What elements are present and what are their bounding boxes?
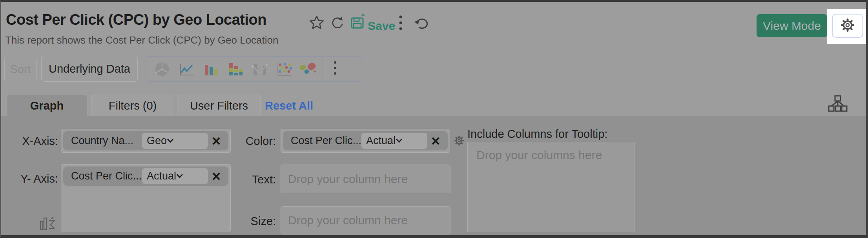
undo-button[interactable] (412, 16, 430, 32)
gear-icon (453, 134, 465, 148)
view-mode-button[interactable]: View Mode (757, 14, 827, 37)
hierarchy-icon (828, 95, 848, 114)
y-axis-column-chip[interactable]: Cost Per Clic... Actual × (63, 167, 228, 186)
x-axis-aggregation-value: Geo (147, 135, 167, 147)
favorite-button[interactable] (309, 15, 325, 31)
tooltip-columns-label: Include Columns for Tooltip: (467, 128, 607, 141)
color-aggregation-value: Actual (366, 135, 396, 147)
summary-sigma-icon[interactable] (38, 214, 57, 233)
y-axis-dropzone[interactable]: Cost Per Clic... Actual × (61, 164, 231, 232)
y-axis-aggregation-value: Actual (147, 170, 176, 182)
color-dropzone[interactable]: Cost Per Clic... Actual × (281, 129, 450, 153)
more-options-button[interactable] (395, 15, 406, 33)
reset-all-link[interactable]: Reset All (265, 99, 313, 112)
kebab-menu-icon (398, 14, 403, 34)
gear-icon (839, 16, 856, 35)
color-aggregation-dropdown[interactable]: Actual (361, 133, 427, 149)
report-editor-window: Cost Per Click (CPC) by Geo Location Thi… (0, 0, 868, 238)
size-label: Size: (221, 215, 276, 228)
y-axis-label: Y- Axis: (1, 172, 58, 185)
pie-chart-icon[interactable] (153, 60, 171, 79)
text-dropzone-placeholder: Drop your column here (288, 172, 408, 186)
x-axis-aggregation-dropdown[interactable]: Geo (142, 133, 208, 149)
sort-button-label: Sort (10, 63, 31, 76)
underlying-data-button[interactable]: Underlying Data (41, 56, 138, 82)
star-icon (309, 15, 324, 31)
sort-button[interactable]: Sort (4, 57, 36, 81)
chevron-down-icon (176, 173, 183, 180)
scatter-chart-icon[interactable] (274, 60, 293, 79)
chevron-down-icon (396, 137, 403, 145)
tab-filters-label: Filters (0) (109, 99, 157, 112)
save-button[interactable]: * Save (350, 15, 395, 33)
y-axis-column-name: Cost Per Clic... (71, 170, 142, 182)
bar-chart-icon[interactable] (201, 60, 220, 79)
color-settings-button[interactable] (452, 135, 466, 148)
settings-button[interactable] (832, 14, 863, 38)
tooltip-columns-dropzone[interactable]: Drop your columns here (467, 142, 635, 232)
color-label: Color: (221, 135, 276, 148)
hierarchy-view-button[interactable] (827, 95, 849, 114)
refresh-icon (330, 16, 345, 31)
page-subtitle: This report shows the Cost Per Click (CP… (5, 34, 278, 46)
x-axis-dropzone[interactable]: Country Na... Geo × (61, 129, 231, 153)
toolbar-divider (323, 57, 323, 81)
underlying-data-label: Underlying Data (49, 62, 130, 75)
tab-user-filters-label: User Filters (190, 99, 248, 112)
size-dropzone-placeholder: Drop your column here (288, 214, 408, 227)
tab-graph[interactable]: Graph (6, 95, 88, 117)
y-axis-aggregation-dropdown[interactable]: Actual (142, 168, 208, 184)
combo-chart-icon[interactable] (250, 60, 269, 79)
color-column-chip[interactable]: Cost Per Clic... Actual × (283, 131, 448, 150)
view-mode-label: View Mode (763, 19, 821, 33)
kebab-menu-icon (333, 60, 337, 78)
size-dropzone[interactable]: Drop your column here (281, 206, 450, 234)
page-title: Cost Per Click (CPC) by Geo Location (6, 11, 266, 28)
refresh-button[interactable] (330, 16, 345, 31)
text-dropzone[interactable]: Drop your column here (281, 165, 450, 193)
svg-text:*: * (361, 14, 365, 22)
chart-type-toolbar (146, 56, 361, 82)
tooltip-dropzone-placeholder: Drop your columns here (476, 148, 602, 161)
color-column-name: Cost Per Clic... (291, 135, 361, 147)
save-button-label: Save (368, 20, 395, 33)
more-chart-types-button[interactable] (326, 60, 345, 79)
map-chart-icon[interactable] (299, 60, 317, 79)
chevron-down-icon (167, 137, 174, 145)
tab-user-filters[interactable]: User Filters (177, 95, 261, 117)
save-icon: * (350, 14, 367, 33)
x-axis-column-chip[interactable]: Country Na... Geo × (63, 131, 228, 150)
color-remove-button[interactable]: × (427, 134, 444, 148)
x-axis-column-name: Country Na... (71, 135, 133, 147)
text-label: Text: (221, 173, 276, 186)
x-axis-label: X-Axis: (1, 135, 58, 148)
undo-icon (413, 16, 429, 32)
tab-filters[interactable]: Filters (0) (91, 95, 174, 117)
stacked-bar-chart-icon[interactable] (226, 60, 244, 79)
line-chart-icon[interactable] (177, 60, 196, 79)
tab-graph-label: Graph (30, 99, 64, 112)
